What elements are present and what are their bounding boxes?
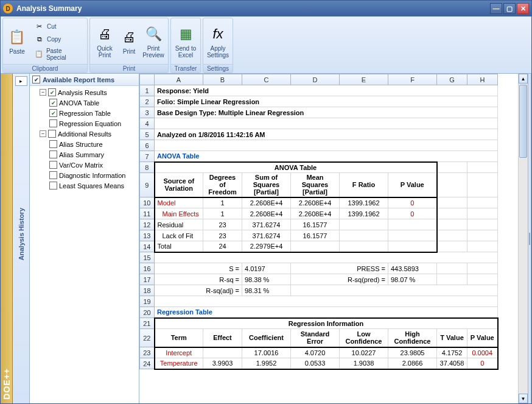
col-header-g[interactable]: G xyxy=(437,74,467,85)
scroll-down-arrow[interactable]: ▼ xyxy=(519,394,528,403)
cell[interactable]: ANOVA Table xyxy=(155,151,498,162)
minimize-button[interactable]: — xyxy=(490,3,502,14)
cell[interactable]: 2.2608E+4 xyxy=(291,197,340,208)
cell[interactable]: 1.9952 xyxy=(242,358,291,369)
row-header[interactable]: 8 xyxy=(140,162,155,173)
checkbox[interactable] xyxy=(49,161,57,169)
cell[interactable]: 23.9805 xyxy=(388,347,437,358)
pane-resize-grip[interactable] xyxy=(528,74,531,403)
cell[interactable]: 23 xyxy=(203,230,242,241)
row-header[interactable]: 17 xyxy=(140,274,155,285)
cell[interactable]: R-sq(adj) = xyxy=(155,285,242,296)
cell[interactable]: 16.1577 xyxy=(291,219,340,230)
print-button[interactable]: 🖨Print xyxy=(118,19,140,63)
tree-additional-results[interactable]: −Additional Results xyxy=(30,129,139,139)
row-header[interactable]: 14 xyxy=(140,241,155,252)
cell[interactable]: ANOVA Table xyxy=(155,162,437,173)
cell[interactable]: 23 xyxy=(203,219,242,230)
cell[interactable]: 2.2608E+4 xyxy=(291,208,340,219)
cell[interactable]: P Value xyxy=(388,173,437,197)
checkbox[interactable]: ✔ xyxy=(48,88,56,96)
corner-cell[interactable] xyxy=(140,74,155,85)
cell[interactable]: Main Effects xyxy=(155,208,203,219)
cell[interactable]: Regression Table xyxy=(155,307,498,318)
cell[interactable]: P Value xyxy=(467,329,498,347)
cell[interactable]: 0 xyxy=(467,358,498,369)
cell[interactable]: 371.6274 xyxy=(242,219,291,230)
close-button[interactable]: ✕ xyxy=(517,3,529,14)
cell[interactable]: Coefficient xyxy=(242,329,291,347)
cell[interactable]: 2.2608E+4 xyxy=(242,197,291,208)
col-header-a[interactable]: A xyxy=(155,74,203,85)
scroll-thumb[interactable] xyxy=(519,85,527,158)
cell[interactable]: Standard Error xyxy=(291,329,340,347)
cell[interactable]: T Value xyxy=(437,329,467,347)
row-header[interactable]: 20 xyxy=(140,307,155,318)
tree-alias-summary[interactable]: Alias Summary xyxy=(30,149,139,160)
cell[interactable]: PRESS = xyxy=(291,263,388,274)
tree-regression-equation[interactable]: Regression Equation xyxy=(30,118,139,129)
row-header[interactable]: 16 xyxy=(140,263,155,274)
checkbox[interactable] xyxy=(48,130,56,138)
cell[interactable]: 1399.1962 xyxy=(340,208,388,219)
header-checkbox[interactable]: ✔ xyxy=(32,76,40,83)
spreadsheet[interactable]: A B C D E F G H 1Response: Yield 2Folio:… xyxy=(139,74,528,403)
cell[interactable]: 0 xyxy=(388,197,437,208)
cell[interactable]: Total xyxy=(155,241,203,252)
row-header[interactable]: 13 xyxy=(140,230,155,241)
tree-alias-structure[interactable]: Alias Structure xyxy=(30,139,139,149)
cell[interactable]: F Ratio xyxy=(340,173,388,197)
vertical-scrollbar[interactable]: ▲ ▼ xyxy=(518,74,528,403)
cell[interactable]: R-sq = xyxy=(155,274,242,285)
cell[interactable]: 371.6274 xyxy=(242,230,291,241)
tree-diagnostic-info[interactable]: Diagnostic Information xyxy=(30,170,139,180)
cell[interactable]: 24 xyxy=(203,241,242,252)
cell[interactable]: Model xyxy=(155,197,203,208)
cell[interactable]: S = xyxy=(155,263,242,274)
cell[interactable]: 2.2979E+4 xyxy=(242,241,291,252)
cell[interactable]: Lack of Fit xyxy=(155,230,203,241)
titlebar[interactable]: D Analysis Summary — ▢ ✕ xyxy=(1,1,531,16)
cell[interactable]: Sum of Squares [Partial] xyxy=(242,173,291,197)
apply-settings-button[interactable]: fxApply Settings xyxy=(205,19,231,63)
cell[interactable]: Effect xyxy=(203,329,242,347)
row-header[interactable]: 7 xyxy=(140,151,155,162)
cell[interactable] xyxy=(155,140,498,151)
row-header[interactable]: 4 xyxy=(140,118,155,129)
row-header[interactable]: 12 xyxy=(140,219,155,230)
cell[interactable]: 443.5893 xyxy=(388,263,437,274)
row-header[interactable]: 9 xyxy=(140,173,155,197)
col-header-f[interactable]: F xyxy=(388,74,437,85)
row-header[interactable]: 2 xyxy=(140,96,155,107)
tree-varcov-matrix[interactable]: Var/Cov Matrix xyxy=(30,160,139,170)
row-header[interactable]: 11 xyxy=(140,208,155,219)
checkbox[interactable]: ✔ xyxy=(49,99,57,107)
cell[interactable]: 10.0227 xyxy=(340,347,388,358)
cell[interactable]: Source of Variation xyxy=(155,173,203,197)
cell[interactable]: 0.0004 xyxy=(467,347,498,358)
checkbox[interactable] xyxy=(49,119,57,127)
row-header[interactable]: 18 xyxy=(140,285,155,296)
quick-print-button[interactable]: 🖨Quick Print xyxy=(91,19,118,63)
cell[interactable]: 37.4058 xyxy=(437,358,467,369)
cell[interactable]: Temperature xyxy=(155,358,203,369)
checkbox[interactable] xyxy=(49,151,57,158)
cell[interactable]: Term xyxy=(155,329,203,347)
cell[interactable]: Base Design Type: Multiple Linear Regres… xyxy=(155,107,498,118)
scroll-up-arrow[interactable]: ▲ xyxy=(519,74,528,83)
tree-anova-table[interactable]: ✔ANOVA Table xyxy=(30,97,139,108)
row-header[interactable]: 24 xyxy=(140,358,155,369)
col-header-e[interactable]: E xyxy=(340,74,388,85)
cell[interactable]: Residual xyxy=(155,219,203,230)
cell[interactable]: R-sq(pred) = xyxy=(291,274,388,285)
row-header[interactable]: 23 xyxy=(140,347,155,358)
paste-button[interactable]: 📋 Paste xyxy=(4,19,30,63)
collapse-icon[interactable]: − xyxy=(40,130,46,137)
send-to-excel-button[interactable]: ▦Send to Excel xyxy=(172,19,199,63)
checkbox[interactable]: ✔ xyxy=(49,109,57,117)
row-header[interactable]: 15 xyxy=(140,252,155,263)
checkbox[interactable] xyxy=(49,171,57,179)
collapse-icon[interactable]: − xyxy=(40,89,46,96)
copy-button[interactable]: ⧉Copy xyxy=(32,34,83,46)
cell[interactable]: 2.2608E+4 xyxy=(242,208,291,219)
